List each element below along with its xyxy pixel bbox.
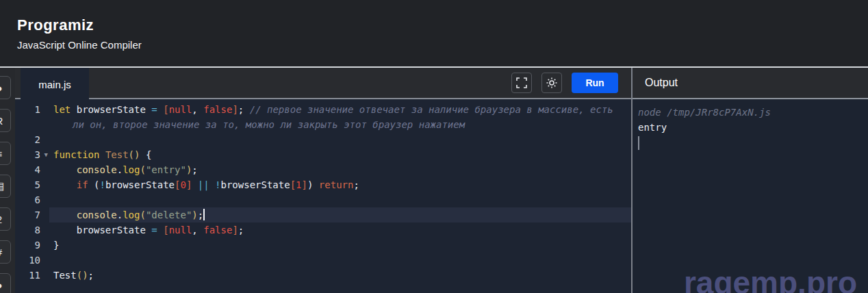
language-icon-5[interactable]: # (0, 240, 11, 264)
language-icon-1[interactable]: ● (0, 76, 11, 99)
code-line[interactable]: 2 (15, 132, 631, 147)
app-header: Programiz JavaScript Online Compiler (0, 0, 868, 66)
code-line[interactable]: 6 (15, 192, 631, 207)
code-editor[interactable]: 1let browserState = [null, false]; // пе… (15, 99, 631, 293)
output-console[interactable]: node /tmp/JRr8cP7AxN.js entry ragemp.pro (633, 99, 868, 293)
line-number: 3▼ (15, 147, 49, 162)
page-title: JavaScript Online Compiler (17, 39, 868, 51)
line-number: 11 (15, 268, 49, 283)
code-text: if (!browserState[0] || !browserState[1]… (49, 177, 631, 192)
code-line[interactable]: 1let browserState = [null, false]; // пе… (15, 102, 631, 132)
language-icon-6[interactable]: ● (0, 273, 11, 293)
code-text: let browserState = [null, false]; // пер… (49, 102, 631, 132)
code-line[interactable]: 11Test(); (15, 268, 631, 283)
output-header: Output (633, 68, 868, 99)
code-text: console.log("delete"); (49, 207, 631, 222)
programiz-logo[interactable]: Programiz (17, 16, 868, 34)
output-panel: Output node /tmp/JRr8cP7AxN.js entry rag… (633, 68, 868, 293)
code-line[interactable]: 4 console.log("entry"); (15, 162, 631, 177)
line-number: 6 (15, 192, 49, 207)
language-sidebar: ●R≡▤2#● (0, 68, 15, 293)
code-text (49, 132, 631, 147)
language-icon-3[interactable]: ▤ (0, 175, 11, 198)
code-line[interactable]: 10 (15, 253, 631, 268)
fullscreen-icon (516, 77, 527, 88)
line-number: 8 (15, 222, 49, 238)
theme-toggle-button[interactable] (541, 73, 562, 93)
output-result-line: entry (638, 120, 861, 135)
programiz-js-compiler: Programiz JavaScript Online Compiler ●R≡… (0, 0, 868, 293)
line-number: 10 (15, 253, 49, 268)
editor-panel: main.js Run 1let b (15, 68, 631, 293)
code-text: } (49, 238, 631, 253)
line-number: 7 (15, 207, 49, 222)
brightness-icon (546, 77, 557, 88)
language-icon-r[interactable]: R (0, 109, 11, 132)
output-caret (638, 136, 639, 150)
fold-arrow-icon[interactable]: ▼ (44, 147, 48, 162)
code-text (49, 192, 631, 207)
code-text: browserState = [null, false]; (49, 222, 631, 238)
output-title: Output (645, 77, 678, 89)
code-line[interactable]: 8 browserState = [null, false]; (15, 222, 631, 238)
language-icon-4[interactable]: 2 (0, 207, 11, 231)
fullscreen-button[interactable] (511, 73, 532, 93)
line-number: 9 (15, 238, 49, 253)
editor-tabbar: main.js Run (15, 68, 631, 99)
run-button[interactable]: Run (572, 73, 618, 93)
code-text: function Test() { (49, 147, 631, 162)
code-text: Test(); (49, 268, 631, 283)
code-line[interactable]: 9} (15, 238, 631, 253)
code-text: console.log("entry"); (49, 162, 631, 177)
line-number: 2 (15, 132, 49, 147)
tab-main-js[interactable]: main.js (21, 68, 89, 101)
code-text (49, 253, 631, 268)
language-icon-2[interactable]: ≡ (0, 142, 11, 165)
watermark-text: ragemp.pro (684, 275, 857, 290)
line-number: 1 (15, 102, 49, 132)
code-line[interactable]: 7 console.log("delete"); (15, 207, 631, 222)
line-number: 4 (15, 162, 49, 177)
line-number: 5 (15, 177, 49, 192)
output-command-line: node /tmp/JRr8cP7AxN.js (638, 105, 861, 120)
code-line[interactable]: 3▼function Test() { (15, 147, 631, 162)
editor-toolbar: Run (511, 68, 631, 98)
code-line[interactable]: 5 if (!browserState[0] || !browserState[… (15, 177, 631, 192)
text-cursor (203, 209, 205, 220)
